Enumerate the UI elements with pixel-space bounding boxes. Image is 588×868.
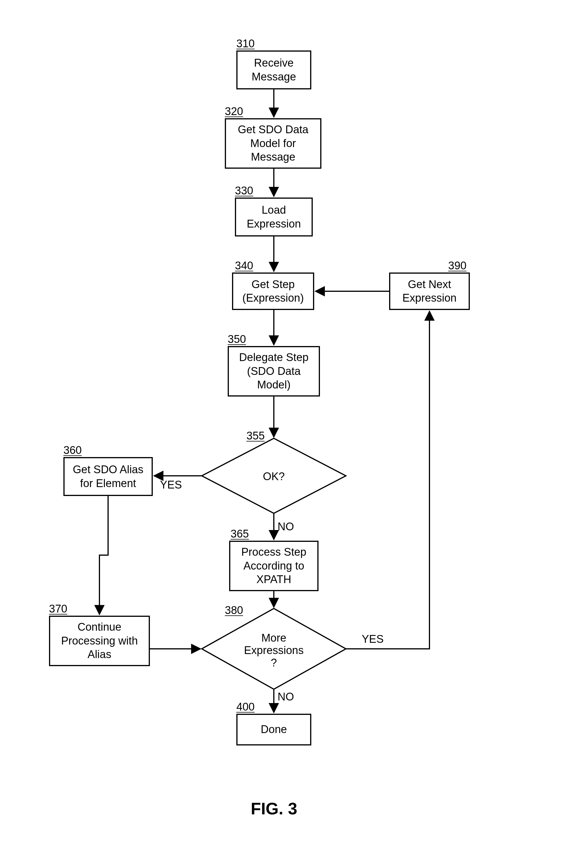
node-360-text: Get SDO Aliasfor Element — [73, 463, 143, 490]
edge-380-no-label: NO — [277, 691, 294, 703]
node-330-num: 330 — [235, 185, 253, 197]
node-380-text-l2: Expressions — [244, 644, 304, 656]
node-320-text: Get SDO DataModel forMessage — [238, 123, 308, 164]
node-370-box: ContinueProcessing withAlias — [49, 616, 150, 666]
node-360-box: Get SDO Aliasfor Element — [63, 457, 153, 496]
figure-caption: FIG. 3 — [251, 799, 297, 818]
node-400-box: Done — [236, 714, 311, 745]
node-350-num: 350 — [228, 333, 246, 345]
node-360-num: 360 — [63, 444, 81, 456]
node-330-text: LoadExpression — [247, 203, 301, 231]
node-380-text-l3: ? — [271, 657, 277, 669]
node-310-box: ReceiveMessage — [236, 50, 311, 89]
node-370-num: 370 — [49, 603, 67, 615]
node-350-box: Delegate Step(SDO DataModel) — [228, 346, 320, 397]
node-365-text: Process StepAccording toXPATH — [241, 545, 307, 586]
edge-355-yes-label: YES — [160, 479, 182, 491]
node-355-diamond — [202, 438, 346, 513]
node-390-num: 390 — [448, 260, 466, 272]
node-310-text: ReceiveMessage — [252, 56, 296, 84]
node-380-diamond — [202, 608, 346, 689]
node-320-num: 320 — [225, 105, 243, 118]
node-330-box: LoadExpression — [235, 198, 313, 236]
edge-380-yes-label: YES — [362, 633, 384, 645]
node-380-text-l1: More — [261, 632, 286, 644]
edge-360-370 — [99, 496, 108, 614]
node-370-text: ContinueProcessing withAlias — [61, 620, 138, 661]
flowchart-fig3: 310 ReceiveMessage 320 Get SDO DataModel… — [0, 0, 588, 868]
node-365-box: Process StepAccording toXPATH — [229, 541, 318, 591]
edge-380-390 — [346, 311, 429, 649]
node-355-num: 355 — [246, 430, 265, 442]
node-355-text: OK? — [263, 470, 285, 483]
node-390-box: Get NextExpression — [389, 273, 470, 310]
node-310-num: 310 — [236, 37, 255, 50]
node-390-text: Get NextExpression — [402, 278, 457, 305]
node-340-num: 340 — [235, 260, 253, 272]
node-365-num: 365 — [231, 528, 249, 540]
node-320-box: Get SDO DataModel forMessage — [225, 118, 321, 169]
node-340-text: Get Step(Expression) — [242, 278, 304, 305]
node-350-text: Delegate Step(SDO DataModel) — [239, 351, 309, 392]
node-400-text: Done — [261, 723, 287, 737]
node-380-num: 380 — [225, 604, 243, 617]
edge-355-no-label: NO — [277, 521, 294, 533]
node-400-num: 400 — [236, 701, 255, 713]
node-340-box: Get Step(Expression) — [232, 273, 314, 310]
